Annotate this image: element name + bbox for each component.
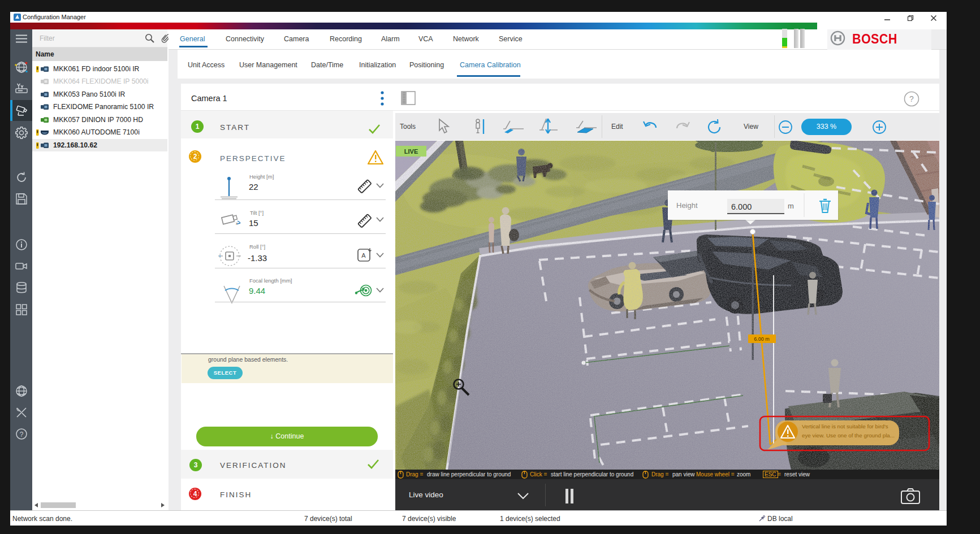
svg-text:?: ? [20,431,24,439]
svg-text:Vertical line is not suitable: Vertical line is not suitable for bird's [802,423,888,429]
svg-text:6.00 m: 6.00 m [754,336,770,342]
svg-text:Height: Height [676,201,698,210]
svg-text:x: x [236,222,238,225]
svg-text:?: ? [909,94,914,103]
svg-text:LIVE: LIVE [404,148,418,155]
svg-text:eye view. Use one of the groun: eye view. Use one of the ground pla... [802,432,895,439]
svg-text:A: A [361,252,366,259]
svg-text:6.000: 6.000 [731,202,752,211]
svg-text:m: m [788,202,794,210]
